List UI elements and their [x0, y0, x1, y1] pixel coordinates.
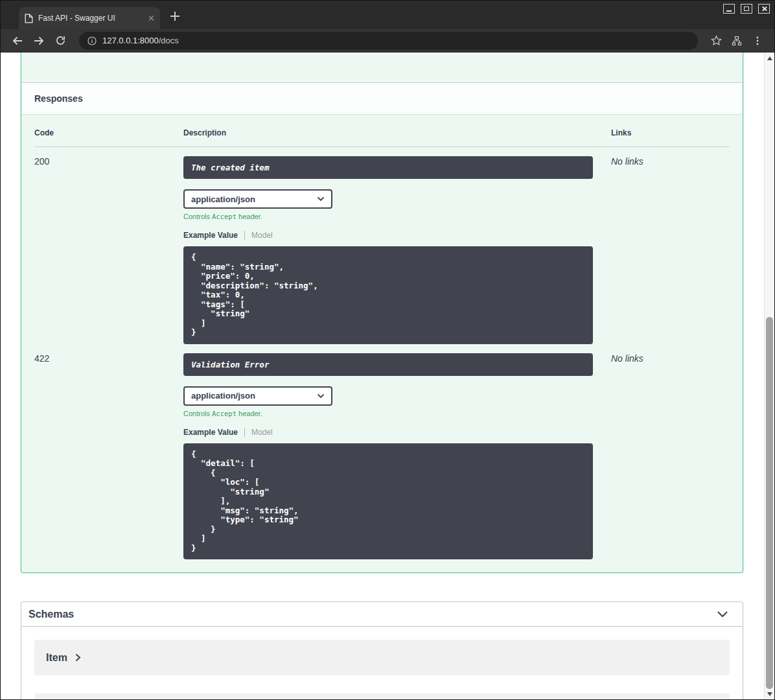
url-path: /docs [159, 36, 179, 45]
back-button[interactable] [8, 32, 27, 50]
reload-icon [55, 35, 66, 46]
tab-separator [244, 231, 245, 240]
tab-example-value[interactable]: Example Value [183, 428, 238, 437]
example-model-tabs: Example Value Model [183, 428, 593, 437]
response-links: No links [611, 353, 730, 560]
chevron-right-icon [75, 653, 81, 662]
menu-button[interactable] [748, 32, 767, 50]
reload-button[interactable] [51, 32, 69, 50]
tab-example-value[interactable]: Example Value [183, 231, 238, 240]
chevron-down-icon [317, 393, 325, 399]
response-row-422: 422 Validation Error application/json Co… [34, 344, 730, 560]
media-type-select[interactable]: application/json [183, 386, 332, 406]
arrow-down-icon [767, 692, 772, 696]
page-icon [25, 14, 33, 23]
model-item[interactable]: ValidationError [34, 694, 730, 699]
window-controls [723, 4, 770, 14]
bookmark-button[interactable] [707, 32, 725, 50]
response-description-cell: Validation Error application/json Contro… [183, 353, 593, 560]
response-code: 200 [34, 156, 183, 344]
responses-title: Responses [34, 93, 83, 104]
close-icon [761, 6, 767, 12]
col-header-code: Code [34, 128, 183, 137]
chevron-down-icon[interactable] [717, 611, 728, 618]
response-links: No links [611, 156, 730, 344]
extensions-icon [732, 36, 742, 46]
model-item[interactable]: Item [34, 640, 730, 675]
col-header-links: Links [611, 128, 730, 137]
response-description-cell: The created item application/json Contro… [183, 156, 593, 344]
forward-button[interactable] [30, 32, 48, 50]
response-code: 422 [34, 353, 183, 560]
close-button[interactable] [758, 4, 770, 14]
scroll-up-button[interactable] [765, 53, 774, 63]
url-text: 127.0.0.1:8000/docs [102, 36, 179, 45]
browser-window: Fast API - Swagger UI [0, 0, 775, 700]
media-type-select[interactable]: application/json [183, 189, 332, 209]
address-bar[interactable]: 127.0.0.1:8000/docs [79, 32, 698, 50]
response-description: The created item [183, 156, 593, 179]
page-viewport: Responses Code Description Links 200 The… [1, 52, 774, 699]
scrollbar-thumb[interactable] [766, 317, 773, 689]
new-tab-button[interactable] [170, 12, 179, 21]
accept-header-hint: Controls Accept header. [183, 410, 593, 417]
opblock-gap [21, 52, 743, 83]
arrow-up-icon [767, 56, 772, 60]
model-name: Item [46, 652, 67, 664]
tab-title: Fast API - Swagger UI [38, 14, 143, 23]
accept-header-hint: Controls Accept header. [183, 213, 593, 220]
minimize-button[interactable] [723, 4, 735, 14]
schemas-section: Schemas Item ValidationError [21, 601, 743, 699]
tab-separator [244, 428, 245, 437]
url-host: 127.0.0.1:8000 [102, 36, 159, 45]
chevron-down-icon [317, 196, 325, 202]
schemas-header[interactable]: Schemas [21, 602, 743, 627]
responses-table: Code Description Links 200 The created i… [21, 114, 743, 572]
maximize-icon [744, 6, 749, 11]
info-icon[interactable] [87, 36, 97, 45]
extensions-button[interactable] [728, 32, 746, 50]
example-model-tabs: Example Value Model [183, 231, 593, 240]
maximize-button[interactable] [741, 4, 752, 14]
scroll-down-button[interactable] [765, 689, 774, 699]
response-row-200: 200 The created item application/json Co… [34, 147, 730, 344]
models-list: Item ValidationError [21, 627, 743, 699]
kebab-menu-icon [752, 36, 763, 46]
forward-arrow-icon [33, 35, 45, 47]
response-description: Validation Error [183, 353, 593, 376]
responses-header: Responses [21, 83, 743, 114]
browser-tab[interactable]: Fast API - Swagger UI [19, 7, 160, 29]
back-arrow-icon [12, 35, 23, 47]
opblock-post: Responses Code Description Links 200 The… [21, 52, 743, 573]
tab-close-icon[interactable] [148, 15, 154, 21]
schemas-title: Schemas [29, 609, 74, 620]
tab-model[interactable]: Model [251, 428, 273, 437]
col-header-description: Description [183, 128, 611, 137]
media-type-value: application/json [191, 391, 255, 401]
responses-table-head: Code Description Links [34, 128, 730, 147]
vertical-scrollbar[interactable] [764, 52, 774, 699]
swagger-page: Responses Code Description Links 200 The… [1, 52, 764, 699]
minimize-icon [726, 10, 732, 12]
star-icon [711, 35, 722, 46]
browser-toolbar: 127.0.0.1:8000/docs [1, 29, 774, 52]
example-json: { "name": "string", "price": 0, "descrip… [183, 246, 593, 344]
media-type-value: application/json [191, 194, 255, 204]
tab-model[interactable]: Model [251, 231, 273, 240]
title-bar: Fast API - Swagger UI [1, 1, 774, 29]
example-json: { "detail": [ { "loc": [ "string" ], "ms… [183, 443, 593, 560]
